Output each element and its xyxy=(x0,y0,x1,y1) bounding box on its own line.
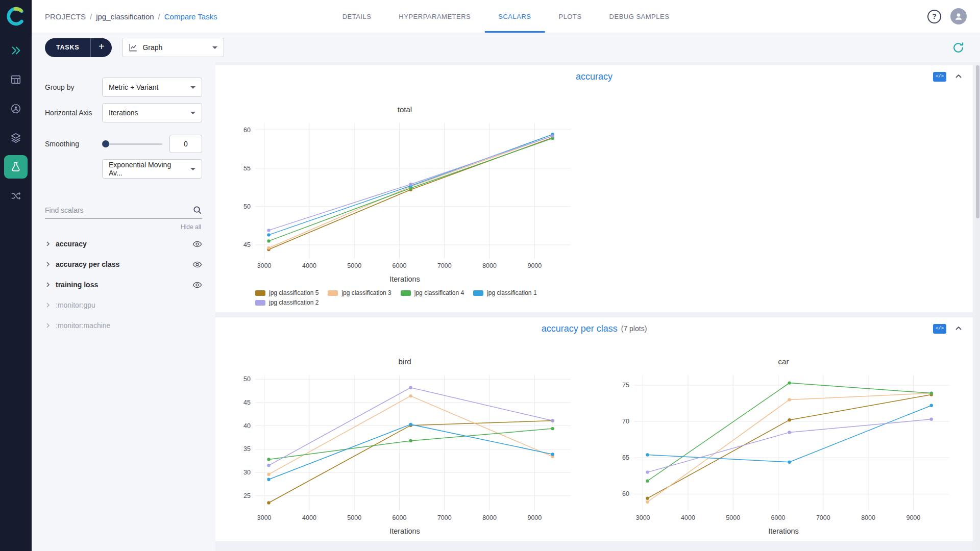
help-icon[interactable]: ? xyxy=(927,10,941,23)
svg-text:50: 50 xyxy=(243,375,251,383)
svg-text:3000: 3000 xyxy=(257,514,272,521)
group-by-select[interactable]: Metric + Variant xyxy=(102,78,202,97)
chevron-right-icon[interactable] xyxy=(45,322,51,329)
scalar-group-training-loss[interactable]: training loss xyxy=(45,274,202,295)
line-chart-car[interactable]: 606570753000400050006000700080009000 xyxy=(607,371,960,526)
svg-text:3000: 3000 xyxy=(257,262,272,269)
x-axis-label: Iterations xyxy=(768,527,799,535)
grid-icon xyxy=(10,74,21,85)
breadcrumb-compare-tasks[interactable]: Compare Tasks xyxy=(164,12,217,21)
section-title: accuracy xyxy=(576,71,612,82)
svg-text:9000: 9000 xyxy=(527,262,542,269)
smoothing-type-select[interactable]: Exponential Moving Av... xyxy=(102,159,202,179)
view-mode-select[interactable]: Graph xyxy=(122,38,224,57)
svg-text:4000: 4000 xyxy=(681,514,695,521)
chevron-right-icon[interactable] xyxy=(45,241,51,247)
rail-item-getting-started[interactable] xyxy=(4,39,28,62)
chevron-right-icon[interactable] xyxy=(45,302,51,308)
chevron-right-icon[interactable] xyxy=(45,282,51,288)
line-chart-bird[interactable]: 2530354045503000400050006000700080009000 xyxy=(229,371,581,526)
breadcrumb-project-name[interactable]: jpg_classification xyxy=(96,12,154,21)
experiment-flask-icon xyxy=(10,161,21,172)
tab-details[interactable]: DETAILS xyxy=(329,0,385,33)
slider-thumb[interactable] xyxy=(102,140,109,147)
legend-item[interactable]: jpg classification 3 xyxy=(328,289,391,296)
group-by-value: Metric + Variant xyxy=(109,83,186,91)
horizontal-axis-row: Horizontal Axis Iterations xyxy=(45,103,202,122)
smoothing-type-row: Exponential Moving Av... xyxy=(45,159,202,179)
hide-all-link[interactable]: Hide all xyxy=(45,223,201,231)
tasks-button[interactable]: TASKS xyxy=(45,38,90,57)
scalar-group-accuracy-per-class[interactable]: accuracy per class xyxy=(45,254,202,274)
breadcrumb-projects[interactable]: PROJECTS xyxy=(45,12,86,21)
scalar-group-label: accuracy per class xyxy=(56,260,192,268)
double-chevron-icon xyxy=(10,45,21,56)
search-icon[interactable] xyxy=(192,205,202,215)
collapse-section-button[interactable] xyxy=(954,324,963,333)
svg-text:8000: 8000 xyxy=(861,514,875,521)
svg-text:9000: 9000 xyxy=(527,514,542,521)
vertical-scrollbar xyxy=(975,64,980,551)
legend-item[interactable]: jpg classification 1 xyxy=(473,289,536,296)
horizontal-axis-label: Horizontal Axis xyxy=(45,109,102,117)
tab-scalars[interactable]: SCALARS xyxy=(484,0,545,33)
chevron-down-icon xyxy=(190,86,195,89)
layers-icon xyxy=(10,132,21,143)
scalar-group-accuracy[interactable]: accuracy xyxy=(45,234,202,254)
svg-text:8000: 8000 xyxy=(482,514,497,521)
clearml-logo[interactable] xyxy=(5,5,27,28)
rail-item-pipelines[interactable] xyxy=(4,184,28,208)
svg-text:5000: 5000 xyxy=(726,514,740,521)
svg-text:45: 45 xyxy=(243,399,251,406)
rail-item-projects[interactable] xyxy=(4,155,28,179)
slider-track xyxy=(102,143,162,145)
breadcrumb: PROJECTS / jpg_classification / Compare … xyxy=(45,12,217,21)
smoothing-value-input[interactable] xyxy=(169,135,202,153)
compare-toolbar: TASKS + Graph xyxy=(32,33,980,62)
user-avatar[interactable] xyxy=(950,8,967,24)
find-scalars-input[interactable] xyxy=(45,206,192,214)
tab-debug-samples[interactable]: DEBUG SAMPLES xyxy=(596,0,683,33)
rail-item-dashboard[interactable] xyxy=(4,68,28,91)
scrollbar-thumb[interactable] xyxy=(976,65,979,218)
horizontal-axis-select[interactable]: Iterations xyxy=(102,103,202,122)
embed-code-icon[interactable]: </> xyxy=(933,324,946,334)
section-accuracy-per-class-header: accuracy per class (7 plots) </> xyxy=(215,317,973,340)
breadcrumb-separator: / xyxy=(158,12,160,21)
smoothing-slider[interactable] xyxy=(102,140,162,148)
nav-rail xyxy=(0,0,32,551)
svg-text:3000: 3000 xyxy=(636,514,650,521)
svg-text:9000: 9000 xyxy=(906,514,920,521)
collapse-section-button[interactable] xyxy=(954,72,963,81)
chart-legend: jpg classification 5 jpg classification … xyxy=(255,289,561,306)
auto-refresh-icon[interactable] xyxy=(952,41,965,54)
line-chart-total[interactable]: 455055603000400050006000700080009000 xyxy=(229,119,581,274)
chart-title: car xyxy=(778,357,789,366)
visibility-eye-icon[interactable] xyxy=(192,239,202,249)
legend-item[interactable]: jpg classification 4 xyxy=(401,289,464,296)
svg-text:65: 65 xyxy=(622,454,629,461)
scalar-group-monitor-gpu[interactable]: :monitor:gpu xyxy=(45,295,202,315)
clearml-logo-icon xyxy=(5,6,27,27)
tab-plots[interactable]: PLOTS xyxy=(545,0,595,33)
section-accuracy: accuracy </> total 455055603000400050006… xyxy=(215,65,973,312)
chevron-down-icon xyxy=(212,46,217,49)
app-window: PROJECTS / jpg_classification / Compare … xyxy=(0,0,980,551)
visibility-eye-icon[interactable] xyxy=(192,280,202,290)
legend-label: jpg classification 1 xyxy=(487,289,536,296)
section-accuracy-header: accuracy </> xyxy=(215,65,973,88)
smoothing-row: Smoothing xyxy=(45,135,202,153)
legend-item[interactable]: jpg classification 5 xyxy=(255,289,318,296)
rail-item-workers[interactable] xyxy=(4,97,28,120)
scalar-group-monitor-machine[interactable]: :monitor:machine xyxy=(45,315,202,336)
add-task-button[interactable]: + xyxy=(90,38,112,57)
rail-item-datasets[interactable] xyxy=(4,126,28,149)
smoothing-type-value: Exponential Moving Av... xyxy=(109,161,186,177)
tab-hyperparameters[interactable]: HYPERPARAMETERS xyxy=(385,0,484,33)
embed-code-icon[interactable]: </> xyxy=(933,72,946,82)
visibility-eye-icon[interactable] xyxy=(192,260,202,269)
smoothing-label: Smoothing xyxy=(45,140,102,148)
legend-item[interactable]: jpg classification 2 xyxy=(255,299,318,306)
chevron-right-icon[interactable] xyxy=(45,261,51,267)
content-row: Group by Metric + Variant Horizontal Axi… xyxy=(32,62,980,551)
